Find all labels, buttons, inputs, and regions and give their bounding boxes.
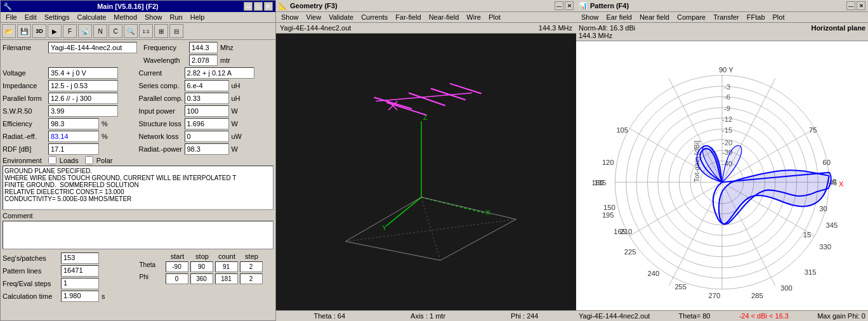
geo-menu-show[interactable]: Show: [277, 13, 303, 22]
pat-menu-compare[interactable]: Compare: [673, 13, 709, 22]
pat-menu-earfield[interactable]: Ear field: [603, 13, 636, 22]
theta-label: Theta: [140, 261, 165, 272]
tb-ant[interactable]: 📡: [78, 24, 92, 38]
pat-menu-show[interactable]: Show: [577, 13, 603, 22]
left-minimize-btn[interactable]: —: [244, 2, 253, 11]
pat-info-row: Norm-All: 16.3 dBi 144.3 MHz Horizontal …: [579, 24, 865, 39]
polar-plot-container: 90 Y 75 60 45 30 15 0 X 105 120 135 150 …: [576, 41, 868, 310]
pat-title-text: Pattern (F4): [590, 2, 629, 10]
comment-textarea[interactable]: [3, 221, 273, 249]
left-col: Voltage Impedance Parallel form S.W.R.50…: [3, 67, 138, 156]
theta-start[interactable]: [166, 261, 188, 272]
menu-method[interactable]: Method: [110, 13, 141, 22]
efficiency-input[interactable]: [48, 118, 99, 129]
tb-run[interactable]: ▶: [48, 24, 62, 38]
svg-text:210: 210: [621, 228, 633, 235]
tb-extra2[interactable]: ⊟: [169, 24, 183, 38]
menu-help[interactable]: Help: [187, 13, 209, 22]
geo-filename: Yagi-4E-144-4nec2.out: [280, 24, 351, 32]
loads-label: Loads: [60, 157, 79, 164]
radiat-eff-input[interactable]: [48, 131, 99, 142]
svg-text:15: 15: [803, 231, 812, 239]
parallel-comp-input[interactable]: [185, 93, 229, 104]
current-row: Current: [139, 67, 274, 79]
geo-menu-validate[interactable]: Validate: [325, 13, 357, 22]
env-textarea[interactable]: GROUND PLANE SPECIFIED. WHERE WIRE ENDS …: [3, 166, 273, 210]
struct-loss-input[interactable]: [185, 118, 229, 129]
theta-stop[interactable]: [190, 261, 213, 272]
geo-menu-currents[interactable]: Currents: [357, 13, 391, 22]
tb-zoom[interactable]: 🔍: [124, 24, 138, 38]
svg-text:180: 180: [592, 179, 604, 187]
wavelength-row: Wavelength mtr: [3, 55, 273, 66]
freq-input[interactable]: [189, 42, 218, 53]
tb-nec[interactable]: N: [93, 24, 107, 38]
svg-text:90 Y: 90 Y: [719, 66, 733, 74]
swr-input[interactable]: [48, 105, 118, 117]
tb-extra1[interactable]: ⊞: [154, 24, 168, 38]
swr-row: S.W.R.50: [3, 105, 138, 117]
geo-menu-plot[interactable]: Plot: [485, 13, 504, 22]
theta-count[interactable]: [215, 261, 238, 272]
network-loss-input[interactable]: [185, 131, 229, 142]
svg-text:X: X: [839, 180, 844, 188]
parallel-input[interactable]: [48, 93, 118, 104]
theta-step[interactable]: [240, 261, 263, 272]
phi-start[interactable]: [166, 273, 188, 284]
phi-stop[interactable]: [190, 273, 213, 284]
bottom-section: Seg's/patches 153 Pattern lines 16471 Fr…: [3, 252, 273, 303]
loads-checkbox[interactable]: [48, 156, 56, 164]
menu-run[interactable]: Run: [166, 13, 187, 22]
pat-minimize-btn[interactable]: —: [846, 1, 855, 10]
geo-menu-wire[interactable]: Wire: [463, 13, 485, 22]
tb-freq[interactable]: F: [63, 24, 77, 38]
tb-open[interactable]: 📂: [2, 24, 16, 38]
menu-settings[interactable]: Settings: [41, 13, 74, 22]
geo-menu-farfield[interactable]: Far-field: [391, 13, 424, 22]
tb-save[interactable]: 💾: [17, 24, 31, 38]
pat-close-btn[interactable]: ✕: [857, 1, 865, 10]
wl-input[interactable]: [189, 55, 218, 66]
filename-input[interactable]: [48, 42, 137, 53]
geo-svg: Z Y X: [276, 34, 576, 310]
pat-footer-maxgain: Max gain Phi: 0: [817, 312, 865, 320]
pat-menu-fftab[interactable]: FFtab: [743, 13, 769, 22]
tb-calc[interactable]: C: [109, 24, 122, 38]
geo-menu-nearfield[interactable]: Near-field: [425, 13, 463, 22]
pattern-row: Pattern lines 16471: [3, 265, 137, 277]
geo-menu-view[interactable]: View: [303, 13, 326, 22]
polar-cb-row: Polar: [85, 156, 113, 164]
pat-menu-plot[interactable]: Plot: [769, 13, 789, 22]
parallel-row: Parallel form: [3, 93, 138, 104]
impedance-input[interactable]: [48, 80, 118, 91]
input-power-input[interactable]: [185, 105, 229, 117]
left-maximize-btn[interactable]: □: [254, 2, 263, 11]
geo-axis: Axis : 1 mtr: [411, 312, 445, 320]
polar-checkbox[interactable]: [85, 156, 93, 164]
geo-minimize-btn[interactable]: —: [555, 1, 563, 10]
series-input[interactable]: [185, 80, 229, 91]
pat-menu-transfer[interactable]: Transfer: [709, 13, 743, 22]
tb-1to1[interactable]: 1:1: [139, 24, 153, 38]
network-loss-row: Network loss uW: [139, 131, 274, 142]
menu-edit[interactable]: Edit: [21, 13, 41, 22]
geo-close-btn[interactable]: ✕: [565, 1, 574, 10]
left-panel: 🔧 Main [V5.8.16] (F2) — □ ✕ File Edit Se…: [0, 0, 276, 321]
tb-3d[interactable]: 3D: [32, 24, 46, 38]
radiat-power-input[interactable]: [185, 143, 229, 155]
menu-file[interactable]: File: [2, 13, 21, 22]
env-container: GROUND PLANE SPECIFIED. WHERE WIRE ENDS …: [3, 166, 273, 210]
menu-calculate[interactable]: Calculate: [73, 13, 110, 22]
pat-menu-nearfield[interactable]: Near field: [636, 13, 673, 22]
menu-show[interactable]: Show: [141, 13, 166, 22]
rdf-input[interactable]: [48, 143, 99, 155]
pat-title-left: 📊 Pattern (F4): [579, 2, 629, 10]
voltage-input[interactable]: [48, 67, 118, 79]
current-input[interactable]: [185, 67, 254, 79]
phi-step[interactable]: [240, 273, 263, 284]
geo-canvas: Z Y X: [276, 34, 576, 310]
svg-text:105: 105: [616, 126, 628, 134]
left-close-btn[interactable]: ✕: [264, 2, 273, 11]
phi-count[interactable]: [215, 273, 238, 284]
tp-empty: [140, 252, 165, 260]
